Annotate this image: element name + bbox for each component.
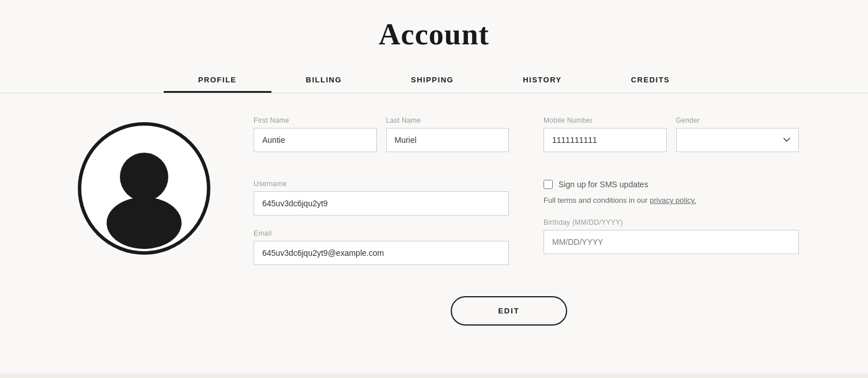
edit-button[interactable]: EDIT [451, 296, 567, 326]
first-name-input[interactable] [254, 128, 377, 152]
birthday-input[interactable] [544, 230, 799, 254]
tab-profile[interactable]: PROFILE [164, 69, 271, 93]
svg-point-2 [107, 197, 182, 249]
privacy-policy-link[interactable]: privacy policy. [650, 196, 696, 205]
first-name-label: First Name [254, 116, 377, 124]
gender-label: Gender [676, 116, 799, 124]
profile-form: First Name Last Name Username Email [254, 116, 799, 279]
tab-shipping[interactable]: SHIPPING [376, 69, 488, 93]
email-input[interactable] [254, 241, 509, 265]
avatar-section [69, 116, 219, 255]
gender-select[interactable]: Male Female Other Prefer not to say [676, 128, 799, 152]
mobile-input[interactable] [544, 128, 667, 152]
birthday-label: Birthday (MM/DD/YYYY) [544, 218, 799, 226]
sms-checkbox[interactable] [544, 180, 553, 189]
svg-point-1 [120, 153, 168, 201]
tab-billing[interactable]: BILLING [271, 69, 377, 93]
mobile-label: Mobile Number [544, 116, 667, 124]
bottom-bar [0, 373, 868, 378]
privacy-policy-text: Full terms and conditions in our privacy… [544, 196, 799, 205]
avatar [78, 122, 210, 255]
last-name-input[interactable] [386, 128, 510, 152]
page-title: Account [0, 17, 868, 51]
sms-label: Sign up for SMS updates [558, 180, 648, 189]
email-label: Email [254, 229, 509, 237]
tabs-navigation: PROFILE BILLING SHIPPING HISTORY CREDITS [0, 69, 868, 93]
sms-signup-section: Sign up for SMS updates [544, 180, 799, 189]
username-input[interactable] [254, 191, 509, 216]
tab-credits[interactable]: CREDITS [597, 69, 705, 93]
last-name-label: Last Name [386, 116, 510, 124]
username-label: Username [254, 180, 509, 188]
tab-history[interactable]: HISTORY [488, 69, 597, 93]
